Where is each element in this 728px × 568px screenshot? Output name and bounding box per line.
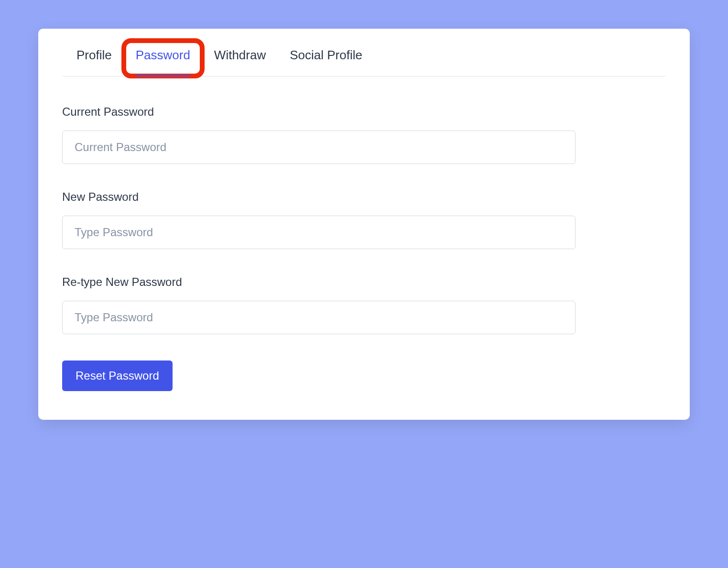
retype-password-group: Re-type New Password bbox=[62, 275, 666, 334]
new-password-group: New Password bbox=[62, 190, 666, 249]
current-password-group: Current Password bbox=[62, 105, 666, 164]
new-password-label: New Password bbox=[62, 190, 666, 204]
current-password-input[interactable] bbox=[62, 131, 576, 164]
tab-social-profile[interactable]: Social Profile bbox=[290, 48, 362, 76]
current-password-label: Current Password bbox=[62, 105, 666, 119]
retype-password-label: Re-type New Password bbox=[62, 275, 666, 289]
new-password-input[interactable] bbox=[62, 216, 576, 249]
tabs-navigation: Profile Password Withdraw Social Profile bbox=[62, 29, 666, 76]
settings-card: Profile Password Withdraw Social Profile… bbox=[38, 29, 690, 420]
highlight-annotation: Password bbox=[136, 48, 190, 76]
retype-password-input[interactable] bbox=[62, 301, 576, 334]
reset-password-button[interactable]: Reset Password bbox=[62, 360, 173, 391]
tab-withdraw[interactable]: Withdraw bbox=[214, 48, 266, 76]
tab-profile[interactable]: Profile bbox=[76, 48, 112, 76]
tab-password[interactable]: Password bbox=[136, 48, 190, 76]
